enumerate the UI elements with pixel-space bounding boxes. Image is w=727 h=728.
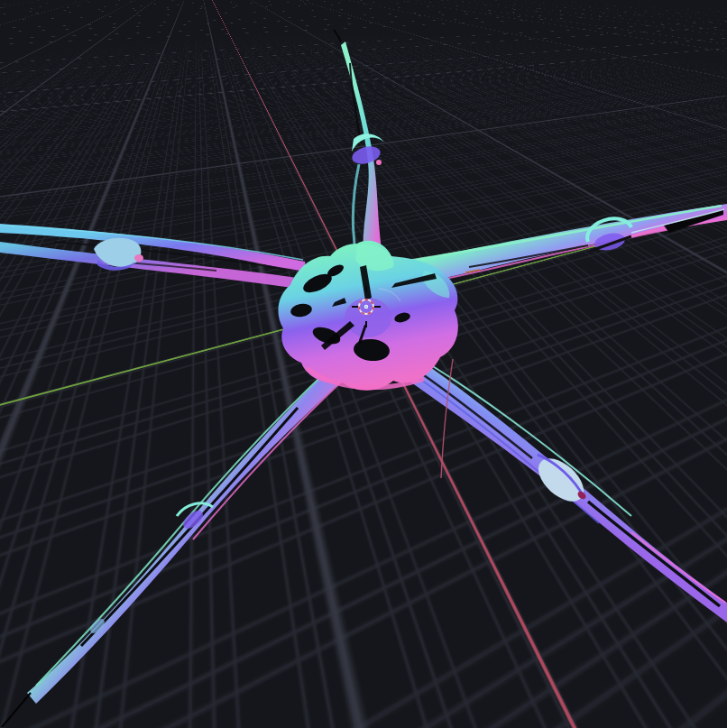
3d-viewport[interactable] — [0, 0, 727, 728]
mesh-arm-top[interactable] — [334, 30, 384, 263]
mesh-arm-left[interactable] — [0, 224, 310, 290]
mesh-arm-lower-left[interactable] — [2, 363, 348, 727]
mesh-arm-right[interactable] — [402, 204, 727, 287]
mesh-arm-lower-right[interactable] — [393, 348, 727, 622]
mesh-object[interactable] — [0, 0, 727, 728]
